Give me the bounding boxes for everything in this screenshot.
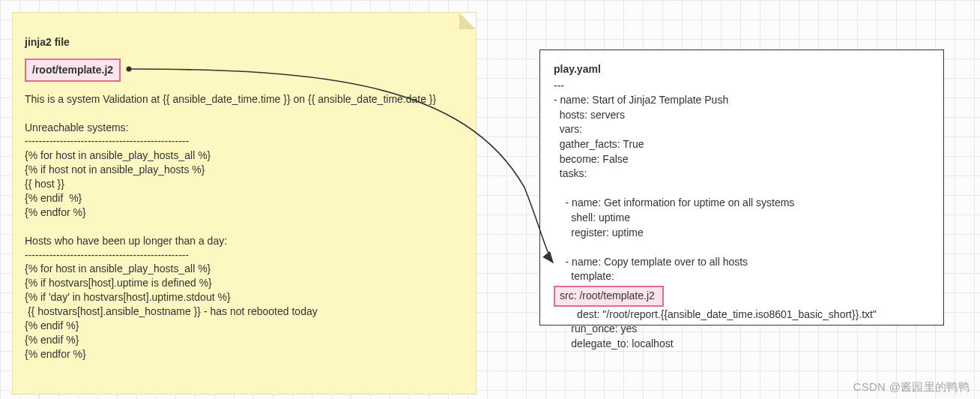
play-yaml-title: play.yaml [554,62,930,77]
jinja2-filepath-box: /root/template.j2 [25,58,121,82]
jinja2-note: jinja2 file /root/template.j2 This is a … [12,12,477,394]
jinja2-body: This is a system Validation at {{ ansibl… [25,92,464,362]
play-yaml-body-top: --- - name: Start of Jinja2 Template Pus… [554,79,930,284]
play-yaml-body-bottom: dest: "/root/report.{{ansible_date_time.… [554,308,930,352]
watermark-text: CSDN @酱园里的鸭鸭 [853,380,970,394]
jinja2-title: jinja2 file [25,35,464,50]
play-yaml-panel: play.yaml --- - name: Start of Jinja2 Te… [539,50,944,326]
play-yaml-src-box: src: /root/template.j2 [554,286,664,307]
